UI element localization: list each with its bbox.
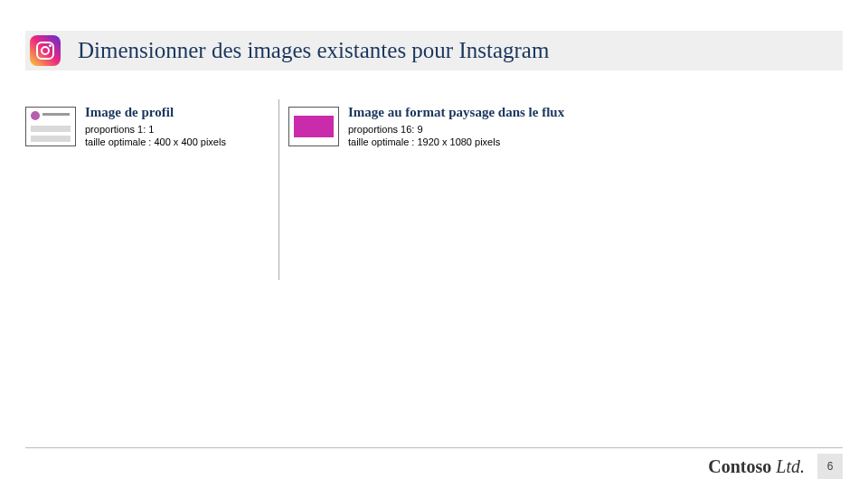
page-number: 6 <box>817 454 843 479</box>
footer: Contoso Ltd. 6 <box>708 454 843 479</box>
slide-title: Dimensionner des images existantes pour … <box>78 38 549 63</box>
spec-landscape-size: taille optimale : 1920 x 1080 pixels <box>348 136 564 149</box>
header-bar: Dimensionner des images existantes pour … <box>25 31 843 70</box>
spec-landscape-title: Image au format paysage dans le flux <box>348 105 564 120</box>
instagram-icon <box>25 31 65 70</box>
spec-profile-ratio: proportions 1: 1 <box>85 124 226 136</box>
spec-profile-size: taille optimale : 400 x 400 pixels <box>85 136 226 149</box>
brand-suffix: Ltd. <box>771 456 805 476</box>
spec-landscape-ratio: proportions 16: 9 <box>348 124 564 136</box>
profile-thumbnail-icon <box>25 107 76 146</box>
brand-logo: Contoso Ltd. <box>708 456 805 477</box>
spec-profile-title: Image de profil <box>85 105 226 120</box>
spec-profile: Image de profil proportions 1: 1 taille … <box>25 105 278 280</box>
footer-separator <box>25 447 843 448</box>
content-area: Image de profil proportions 1: 1 taille … <box>25 105 843 280</box>
brand-name: Contoso <box>708 456 771 476</box>
landscape-thumbnail-icon <box>288 107 339 146</box>
spec-landscape: Image au format paysage dans le flux pro… <box>279 105 843 280</box>
